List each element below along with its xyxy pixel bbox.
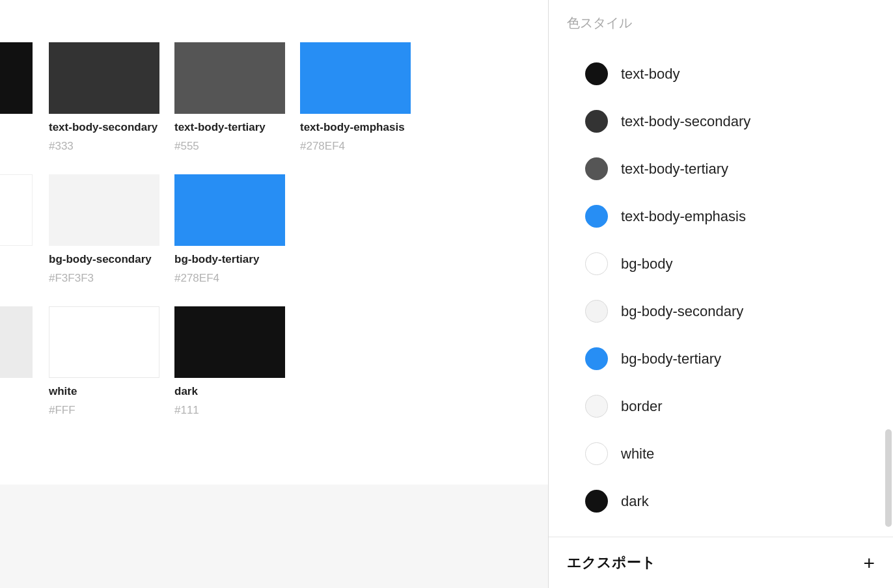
color-name: dark <box>174 385 285 398</box>
style-label: text-body-secondary <box>621 113 750 130</box>
color-hex: #F3F3F3 <box>49 272 159 285</box>
inspector-panel: 色スタイル text-body text-body-secondary text… <box>548 0 893 588</box>
style-item-border[interactable]: border <box>567 382 893 430</box>
color-card[interactable]: bg-body-tertiary #278EF4 <box>174 174 285 285</box>
color-name: white <box>49 385 159 398</box>
color-circle-icon <box>585 157 608 180</box>
style-item-dark[interactable]: dark <box>567 477 893 525</box>
color-card[interactable]: dark #111 <box>174 306 285 417</box>
color-swatch <box>49 306 159 378</box>
color-card[interactable]: bg-body-secondary #F3F3F3 <box>49 174 159 285</box>
style-item-bg-body-secondary[interactable]: bg-body-secondary <box>567 287 893 335</box>
color-swatch <box>300 42 411 114</box>
color-circle-icon <box>585 300 608 323</box>
style-label: bg-body-secondary <box>621 303 743 320</box>
export-title: エクスポート <box>567 553 656 572</box>
color-circle-icon <box>585 442 608 465</box>
color-card[interactable]: text-body-tertiary #555 <box>174 42 285 153</box>
color-hex: #333 <box>49 140 159 153</box>
color-hex: #278EF4 <box>300 140 411 153</box>
style-label: text-body-emphasis <box>621 208 746 225</box>
color-hex: #555 <box>174 140 285 153</box>
color-card[interactable]: white #FFF <box>49 306 159 417</box>
color-swatch <box>174 42 285 114</box>
color-swatch-partial[interactable] <box>0 306 33 378</box>
plus-icon[interactable]: + <box>863 558 875 568</box>
color-styles-section: 色スタイル text-body text-body-secondary text… <box>549 0 893 534</box>
color-circle-icon <box>585 110 608 133</box>
style-label: bg-body <box>621 256 673 273</box>
style-list: text-body text-body-secondary text-body-… <box>567 32 893 525</box>
style-label: white <box>621 446 654 462</box>
color-swatch-partial[interactable] <box>0 174 33 246</box>
style-label: dark <box>621 493 649 510</box>
color-hex: #FFF <box>49 404 159 417</box>
color-circle-icon <box>585 347 608 370</box>
style-item-bg-body[interactable]: bg-body <box>567 240 893 287</box>
export-section: エクスポート + <box>549 537 893 588</box>
canvas-frame: text-body-secondary #333 text-body-terti… <box>0 0 548 485</box>
color-name: bg-body-secondary <box>49 253 159 266</box>
color-swatch <box>49 174 159 246</box>
color-circle-icon <box>585 252 608 275</box>
style-label: border <box>621 398 663 415</box>
color-swatch <box>49 42 159 114</box>
color-circle-icon <box>585 205 608 228</box>
color-swatch <box>174 306 285 378</box>
color-circle-icon <box>585 490 608 513</box>
color-swatch <box>174 174 285 246</box>
scrollbar-thumb[interactable] <box>885 429 892 527</box>
style-item-text-body-tertiary[interactable]: text-body-tertiary <box>567 145 893 193</box>
style-item-text-body[interactable]: text-body <box>567 50 893 98</box>
style-item-bg-body-tertiary[interactable]: bg-body-tertiary <box>567 335 893 382</box>
color-swatch-partial[interactable] <box>0 42 33 114</box>
color-hex: #111 <box>174 404 285 417</box>
color-card[interactable]: text-body-emphasis #278EF4 <box>300 42 411 153</box>
style-item-white[interactable]: white <box>567 430 893 477</box>
color-name: text-body-emphasis <box>300 121 411 134</box>
color-circle-icon <box>585 395 608 418</box>
style-label: text-body <box>621 66 680 83</box>
color-circle-icon <box>585 62 608 85</box>
color-card[interactable]: text-body-secondary #333 <box>49 42 159 153</box>
section-header: 色スタイル <box>567 14 893 32</box>
canvas[interactable]: text-body-secondary #333 text-body-terti… <box>0 0 548 588</box>
color-name: text-body-tertiary <box>174 121 285 134</box>
color-name: bg-body-tertiary <box>174 253 285 266</box>
style-label: text-body-tertiary <box>621 161 728 178</box>
style-item-text-body-secondary[interactable]: text-body-secondary <box>567 98 893 145</box>
color-hex: #278EF4 <box>174 272 285 285</box>
color-name: text-body-secondary <box>49 121 159 134</box>
style-item-text-body-emphasis[interactable]: text-body-emphasis <box>567 193 893 240</box>
style-label: bg-body-tertiary <box>621 351 721 368</box>
